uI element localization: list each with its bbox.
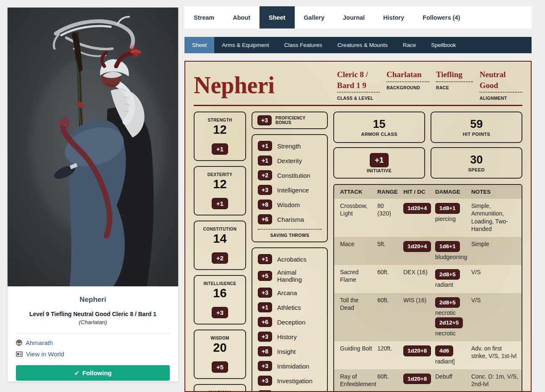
damage-badge: 2d12+5 — [435, 317, 463, 328]
skill-name: History — [277, 333, 297, 340]
attacks-table: ATTACK RANGE HIT / DC DAMAGE NOTES Cross… — [334, 185, 522, 392]
attack-notes: V/S — [469, 265, 522, 293]
subtab-class-features[interactable]: Class Features — [277, 37, 330, 53]
subtab-creatures-mounts[interactable]: Creatures & Mounts — [330, 37, 395, 53]
ability-label: DEXTERITY — [208, 172, 233, 177]
save-mod-badge: +1 — [258, 141, 272, 151]
tab-stream[interactable]: Stream — [184, 6, 223, 29]
tab-about[interactable]: About — [223, 6, 260, 29]
initiative-label: INITIATIVE — [367, 168, 392, 173]
hit-badge: 1d20+4 — [403, 241, 431, 252]
sheet-main: STRENGTH 12 +1 DEXTERITY 12 +1 CONSTITUT… — [194, 112, 522, 392]
speed-box: 30 SPEED — [431, 147, 522, 179]
background-label: BACKGROUND — [387, 85, 429, 90]
subtab-race[interactable]: Race — [395, 37, 424, 53]
skill-name: Athletics — [277, 304, 301, 311]
attacks-panel: ATTACK RANGE HIT / DC DAMAGE NOTES Cross… — [333, 184, 522, 392]
ability-intelligence: INTELLIGENCE 16 +3 — [194, 275, 246, 325]
attack-notes: Simple, Ammunition, Loading, Two-Handed — [469, 199, 522, 237]
attack-notes: Conc. D: 1m, V/S, 2nd-lvl — [469, 369, 522, 392]
attack-row-guiding-bolt: Guiding Bolt 120ft. 1d20+8 4d6 radiant] … — [334, 341, 522, 369]
subtab-spellbook[interactable]: Spellbook — [423, 37, 463, 53]
background-value: Charlatan — [387, 69, 429, 82]
subtab-arms-equipment[interactable]: Arms & Equipment — [214, 37, 277, 53]
skill-mod-badge: +8 — [258, 346, 272, 356]
profile-info: Nepheri Level 9 Tiefling Neutral Good Cl… — [8, 286, 178, 381]
hit-points-box: 59 HIT POINTS — [431, 112, 522, 143]
ability-mod-badge: +3 — [212, 307, 228, 318]
world-link-label: Ahmarath — [26, 339, 53, 346]
attack-name: Ray of Enfeeblement — [334, 369, 375, 392]
damage-badge: 4d6 — [435, 345, 453, 356]
sheet-subtabbar: Sheet Arms & Equipment Class Features Cr… — [184, 37, 532, 53]
tab-history[interactable]: History — [374, 6, 413, 29]
profile-tabbar: Stream About Sheet Gallery Journal Histo… — [184, 6, 532, 29]
race-value: Tiefling — [436, 69, 473, 82]
ability-constitution: CONSTITUTION 14 +2 — [194, 221, 246, 270]
ability-label: WISDOM — [210, 336, 229, 340]
ability-mod-badge: +5 — [212, 361, 228, 373]
combat-column: 15 ARMOR CLASS 59 HIT POINTS +1 INITIATI… — [333, 112, 522, 392]
class-level-label: CLASS & LEVEL — [337, 96, 380, 101]
save-row-dexterity: +1 Dexterity — [258, 156, 322, 166]
skill-mod-badge: +3 — [258, 361, 272, 371]
following-label: Following — [82, 369, 112, 376]
damage-badge: 1d8+1 — [435, 203, 460, 214]
skill-name: Insight — [277, 348, 296, 355]
saves-skills-column: +3 PROFICIENCY BONUS +1 Strength +1 Dext… — [252, 112, 328, 392]
proficiency-bonus-box: +3 PROFICIENCY BONUS — [252, 112, 328, 129]
attack-notes: V/S — [469, 293, 522, 341]
save-name: Wisdom — [277, 201, 300, 208]
ability-wisdom: WISDOM 20 +5 — [194, 330, 246, 379]
col-range: RANGE — [375, 185, 401, 199]
attack-notes: Simple — [469, 237, 522, 265]
skill-mod-badge: +3 — [258, 288, 272, 298]
damage-badge: 2d8+5 — [435, 297, 460, 308]
attack-row-toll-the-dead: Toll the Dead 60ft. WIS (16) 2d8+5 necro… — [334, 293, 522, 341]
skill-name: Arcana — [277, 289, 297, 296]
skill-row-investigation: +3 Investigation — [258, 376, 322, 386]
sheet-header: Nepheri Cleric 8 / Bard 1 9 CLASS & LEVE… — [194, 67, 522, 101]
world-link[interactable]: Ahmarath — [16, 339, 170, 346]
skill-mod-badge: +6 — [258, 317, 272, 327]
skill-name: Intimidation — [277, 363, 309, 370]
profile-card: Nepheri Level 9 Tiefling Neutral Good Cl… — [8, 8, 178, 382]
save-mod-badge: +8 — [258, 200, 272, 210]
armor-class-box: 15 ARMOR CLASS — [333, 112, 425, 143]
save-mod-badge: +3 — [258, 185, 272, 195]
armor-class-value: 15 — [373, 118, 385, 131]
subtab-sheet[interactable]: Sheet — [184, 37, 214, 53]
attack-name: Crossbow, Light — [334, 199, 375, 237]
tab-journal[interactable]: Journal — [334, 6, 374, 29]
tab-sheet[interactable]: Sheet — [260, 6, 295, 29]
tab-gallery[interactable]: Gallery — [295, 6, 334, 29]
attack-range: 60ft. — [375, 293, 401, 341]
hit-badge: 1d20+4 — [403, 203, 431, 214]
tab-followers[interactable]: Followers (4) — [413, 6, 469, 29]
skill-mod-badge: +5 — [258, 271, 272, 281]
save-row-strength: +1 Strength — [258, 141, 322, 151]
view-in-world-link[interactable]: View in World — [16, 350, 170, 358]
profile-links: Ahmarath View in World — [16, 339, 170, 358]
profile-summary: Level 9 Tiefling Neutral Good Cleric 8 /… — [16, 311, 170, 317]
save-name: Dexterity — [277, 157, 302, 164]
col-notes: NOTES — [469, 185, 522, 199]
character-sheet: Nepheri Cleric 8 / Bard 1 9 CLASS & LEVE… — [184, 61, 532, 392]
ability-mod-badge: +1 — [212, 143, 228, 155]
following-button[interactable]: ✓ Following — [16, 365, 170, 381]
attack-range: 80 (320) — [375, 199, 401, 237]
character-name-title: Nepheri — [194, 73, 328, 101]
proficiency-label: PROFICIENCY BONUS — [275, 116, 322, 125]
attack-row-crossbow: Crossbow, Light 80 (320) 1d20+4 1d8+1 pi… — [334, 199, 522, 237]
damage-type: necrotic — [435, 330, 466, 337]
skill-name: Investigation — [277, 377, 312, 384]
attack-name: Sacred Flame — [334, 265, 375, 293]
skill-mod-badge: +5 — [258, 390, 272, 392]
proficiency-badge: +3 — [257, 115, 272, 125]
save-name: Charisma — [277, 216, 304, 223]
ability-strength: STRENGTH 12 +1 — [194, 112, 246, 161]
attack-range: 60ft. — [375, 265, 401, 293]
hit-badge: 1d20+8 — [403, 345, 431, 356]
attack-row-ray-of-enfeeblement: Ray of Enfeeblement 60ft. 1d20+8 Debuff … — [334, 369, 522, 392]
divider — [16, 333, 170, 333]
